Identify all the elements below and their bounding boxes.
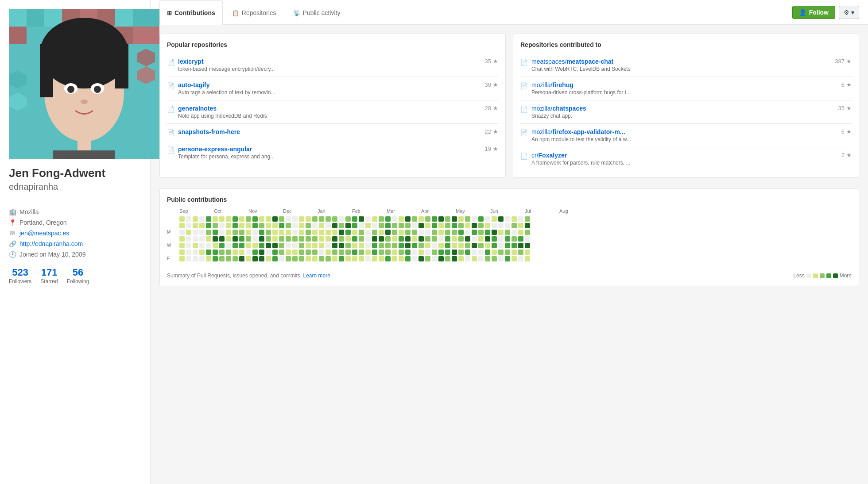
day-cell	[239, 230, 244, 235]
meta-company: 🏢 Mozilla	[9, 208, 141, 215]
day-cell	[472, 243, 477, 248]
followers-stat[interactable]: 523 Followers	[9, 267, 31, 284]
svg-rect-20	[115, 44, 128, 88]
day-cell	[385, 243, 391, 248]
day-cell	[279, 223, 284, 228]
week	[472, 216, 477, 261]
day-cell	[193, 256, 198, 261]
day-cell	[465, 256, 470, 261]
tabs-bar: ⊞ Contributions 📋 Repositories 📡 Public …	[151, 0, 868, 25]
day-cell	[252, 236, 258, 242]
follow-button[interactable]: 👤 Follow	[792, 6, 835, 19]
starred-stat[interactable]: 171 Starred	[40, 267, 58, 284]
settings-button[interactable]: ⚙ ▾	[839, 6, 859, 19]
day-cell	[232, 236, 238, 242]
day-cell	[239, 223, 244, 228]
repo-name-link[interactable]: mozilla/chatspaces	[531, 105, 586, 112]
star-icon: ★	[493, 58, 498, 65]
day-label-fri: F	[167, 256, 178, 261]
repo-name-link[interactable]: auto-tagify	[178, 81, 210, 88]
day-cell	[445, 236, 450, 242]
day-cell	[485, 250, 490, 255]
repo-name-link[interactable]: mozilla/firehug	[531, 81, 574, 88]
day-cell	[279, 216, 284, 222]
tab-repositories[interactable]: 📋 Repositories	[225, 0, 284, 25]
day-cell	[372, 243, 377, 248]
day-cell	[478, 250, 484, 255]
day-cell	[412, 243, 417, 248]
repo-name-link[interactable]: lexicrypt	[178, 58, 204, 65]
day-cell	[359, 236, 364, 242]
repo-name-link[interactable]: cr/Foxalyzer	[531, 152, 567, 159]
chevron-down-icon: ▾	[851, 9, 854, 16]
day-cell	[492, 230, 497, 235]
repo-info: auto-tagify Auto tags a selection of tex…	[178, 81, 480, 96]
repo-name-link[interactable]: persona-express-angular	[178, 146, 252, 153]
day-cell	[319, 230, 324, 235]
meta-website[interactable]: 🔗 http://ednapiranha.com	[9, 240, 141, 247]
day-cell	[418, 216, 424, 222]
week	[326, 216, 331, 261]
list-item: 📄 auto-tagify Auto tags a selection of t…	[167, 77, 498, 100]
week	[272, 216, 278, 261]
day-cell	[312, 243, 318, 248]
day-cell	[239, 236, 244, 242]
day-cell	[186, 236, 191, 242]
day-cell	[359, 250, 364, 255]
day-cell	[339, 250, 344, 255]
day-cell	[326, 223, 331, 228]
week	[226, 216, 231, 261]
legend-cell-0	[806, 273, 811, 278]
repo-name-link[interactable]: mozilla/firefox-app-validator-m...	[531, 128, 625, 135]
day-cell	[266, 243, 271, 248]
learn-more-link[interactable]: Learn more.	[303, 273, 332, 279]
day-cell	[219, 236, 225, 242]
week	[425, 216, 430, 261]
svg-rect-10	[27, 27, 44, 44]
repo-info: generalnotes Note app using IndexedDB an…	[178, 105, 480, 119]
day-cell	[399, 216, 404, 222]
tab-public-activity[interactable]: 📡 Public activity	[286, 0, 348, 25]
list-item: 📄 snapshots-from-here 22 ★	[167, 123, 498, 141]
day-cell	[418, 256, 424, 261]
repo-name-link[interactable]: generalnotes	[178, 105, 217, 112]
day-cell	[213, 250, 218, 255]
meta-email[interactable]: ✉ jen@meatspac.es	[9, 230, 141, 237]
month-label: Dec	[283, 208, 318, 214]
repo-icon: 📄	[520, 153, 528, 160]
day-cell	[345, 236, 351, 242]
day-cell	[412, 223, 417, 228]
day-cell	[478, 256, 484, 261]
day-cell	[518, 216, 523, 222]
week	[352, 216, 357, 261]
day-cell	[266, 256, 271, 261]
repo-name-link[interactable]: meatspaces/meatspace-chat	[531, 58, 613, 65]
day-cell	[385, 256, 391, 261]
day-cell	[472, 230, 477, 235]
day-cell	[359, 256, 364, 261]
day-cell	[492, 216, 497, 222]
repo-name-link[interactable]: snapshots-from-here	[178, 128, 240, 135]
week	[219, 216, 225, 261]
tab-contributions[interactable]: ⊞ Contributions	[159, 0, 223, 25]
day-cell	[478, 223, 484, 228]
day-cell	[425, 250, 430, 255]
contributed-repos-title: Repositories contributed to	[520, 41, 852, 48]
following-stat[interactable]: 56 Following	[67, 267, 89, 284]
day-cell	[326, 236, 331, 242]
day-cell	[345, 230, 351, 235]
day-cell	[306, 216, 311, 222]
week	[339, 216, 344, 261]
day-cell	[193, 236, 198, 242]
day-cell	[385, 216, 391, 222]
day-cell	[332, 236, 337, 242]
repo-stars: 35 ★	[480, 58, 498, 65]
day-cell	[372, 236, 377, 242]
day-cell	[219, 230, 225, 235]
day-cell	[359, 230, 364, 235]
svg-rect-1	[9, 9, 27, 27]
week	[179, 216, 185, 261]
repo-icon: 📄	[520, 106, 528, 113]
day-cell	[193, 243, 198, 248]
day-cell	[252, 243, 258, 248]
